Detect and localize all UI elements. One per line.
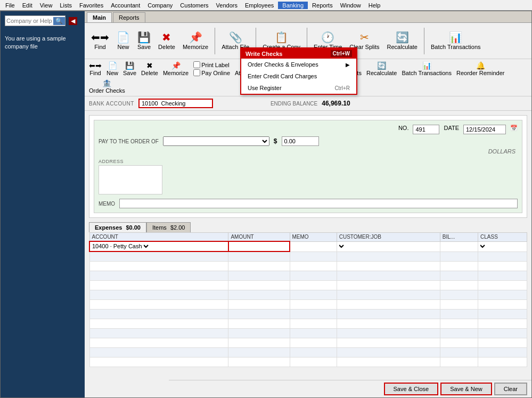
- amount-cell[interactable]: [228, 241, 290, 251]
- menu-view[interactable]: View: [37, 2, 56, 9]
- col-customer-job: CUSTOMER:JOB: [337, 233, 440, 242]
- menu-banking[interactable]: Banking: [278, 2, 308, 9]
- reorder-reminder-button[interactable]: 🔔 Reorder Reminder: [454, 60, 506, 77]
- menu-file[interactable]: File: [2, 2, 18, 9]
- check-no-input[interactable]: [413, 125, 439, 134]
- inner-memorize-button[interactable]: 📌 Memorize: [161, 60, 191, 77]
- tab-main[interactable]: Main: [87, 12, 112, 22]
- dollar-sign: $: [274, 137, 277, 145]
- check-no-label: NO.: [398, 125, 409, 134]
- inner-batch-button[interactable]: 📊 Batch Transactions: [399, 60, 454, 77]
- memo-row: MEMO: [99, 199, 518, 208]
- sidebar-search-input[interactable]: [5, 17, 53, 25]
- tab-reports[interactable]: Reports: [113, 12, 145, 22]
- memorize-icon: 📌: [189, 32, 202, 43]
- save-new-button[interactable]: Save & New: [440, 383, 492, 395]
- calendar-icon[interactable]: 📅: [510, 125, 518, 134]
- address-section: ADDRESS: [99, 159, 518, 194]
- menu-edit[interactable]: Edit: [19, 2, 36, 9]
- inner-recalculate-button[interactable]: 🔄 Recalculate: [364, 60, 399, 77]
- address-box[interactable]: [99, 165, 162, 194]
- sidebar-close-button[interactable]: ◀: [69, 17, 77, 25]
- table-row: [89, 309, 527, 319]
- save-button[interactable]: 💾 Save: [134, 30, 154, 52]
- menu-lists[interactable]: Lists: [56, 2, 75, 9]
- bottom-bar: Save & Close Save & New Clear: [169, 380, 531, 397]
- credit-card-menu-item[interactable]: Enter Credit Card Charges: [241, 70, 356, 82]
- menu-favorites[interactable]: Favorites: [76, 2, 107, 9]
- menu-accountant[interactable]: Accountant: [108, 2, 143, 9]
- clear-button[interactable]: Clear: [494, 383, 527, 395]
- expense-tab-expenses[interactable]: Expenses $0.00: [89, 222, 146, 232]
- new-button[interactable]: 📄 New: [113, 30, 133, 52]
- account-cell[interactable]: 10400 · Petty Cash ▼: [89, 241, 228, 251]
- table-row: [89, 347, 527, 357]
- sidebar-company-text: You are using a sample company file: [1, 30, 85, 55]
- save-close-button[interactable]: Save & Close: [384, 383, 439, 395]
- memo-label: MEMO: [99, 201, 115, 207]
- banking-dropdown[interactable]: Write Checks Ctrl+W Order Checks & Envel…: [240, 47, 357, 95]
- customer-job-cell[interactable]: ▼: [337, 241, 440, 251]
- bank-account-row: BANK ACCOUNT ENDING BALANCE 46,969.10: [85, 96, 531, 111]
- memo-cell[interactable]: [290, 241, 337, 251]
- delete-button[interactable]: ✖ Delete: [155, 30, 178, 52]
- inner-save-button[interactable]: 💾 Save: [121, 60, 138, 77]
- check-date-input[interactable]: [463, 125, 506, 134]
- batch-transactions-button[interactable]: 📊 Batch Transactions: [428, 30, 484, 52]
- dropdown-header: Write Checks Ctrl+W: [241, 48, 356, 59]
- pay-online-checkbox[interactable]: [193, 69, 200, 76]
- order-checks-button[interactable]: 🏦 Order Checks: [87, 78, 127, 95]
- inner-new-button[interactable]: 📄 New: [104, 60, 120, 77]
- sidebar-search-button[interactable]: 🔍: [53, 17, 65, 25]
- table-row: [89, 271, 527, 280]
- memorize-button[interactable]: 📌 Memorize: [179, 30, 211, 52]
- billable-cell[interactable]: [440, 241, 478, 251]
- inner-batch-icon: 📊: [422, 61, 431, 70]
- order-checks-arrow: ▶: [346, 62, 350, 68]
- account-dropdown[interactable]: ▼: [144, 243, 150, 250]
- write-checks-shortcut: Ctrl+W: [331, 50, 353, 57]
- pay-to-dropdown[interactable]: [163, 136, 269, 146]
- order-checks-menu-item[interactable]: Order Checks & Envelopes ▶: [241, 59, 356, 70]
- table-row: [89, 357, 527, 367]
- bank-account-field[interactable]: [138, 99, 213, 108]
- inner-find-button[interactable]: ⬅➡ Find: [87, 60, 104, 77]
- menu-window[interactable]: Window: [337, 2, 364, 9]
- check-form-inner: NO. DATE 📅 PAY TO THE ORDER OF $: [94, 120, 522, 213]
- main-window: 🔍 ◀ You are using a sample company file …: [0, 11, 532, 398]
- menu-reports[interactable]: Reports: [309, 2, 336, 9]
- expense-tab-items[interactable]: Items $2.00: [146, 222, 191, 232]
- print-options: Print Label Pay Online: [193, 61, 230, 76]
- print-label-checkbox[interactable]: [193, 61, 200, 68]
- attach-icon: 📎: [229, 32, 242, 43]
- menu-vendors[interactable]: Vendors: [213, 2, 241, 9]
- bank-account-label: BANK ACCOUNT: [89, 101, 134, 107]
- batch-icon: 📊: [449, 32, 462, 43]
- memo-input[interactable]: [119, 199, 518, 208]
- menu-customers[interactable]: Customers: [177, 2, 211, 9]
- expenses-table: ACCOUNT AMOUNT MEMO CUSTOMER:JOB BIL... …: [89, 232, 527, 367]
- new-icon: 📄: [117, 32, 130, 43]
- clear-splits-icon: ✂: [360, 32, 369, 43]
- table-row: [89, 299, 527, 309]
- dollars-row: DOLLARS: [99, 148, 518, 155]
- table-row: [89, 338, 527, 347]
- amount-input[interactable]: [282, 136, 319, 146]
- find-button[interactable]: ⬅➡ Find: [88, 30, 112, 52]
- class-dropdown[interactable]: ▼: [480, 243, 487, 250]
- use-register-menu-item[interactable]: Use Register Ctrl+R: [241, 82, 356, 94]
- menu-company[interactable]: Company: [144, 2, 176, 9]
- enter-time-icon: 🕐: [321, 32, 334, 43]
- recalculate-icon: 🔄: [396, 32, 409, 43]
- class-cell[interactable]: ▼: [478, 241, 527, 251]
- menu-bar: File Edit View Lists Favorites Accountan…: [0, 0, 532, 11]
- customer-dropdown[interactable]: ▼: [339, 243, 346, 250]
- inner-delete-button[interactable]: ✖ Delete: [139, 60, 160, 77]
- order-checks-icon: 🏦: [102, 79, 111, 87]
- recalculate-button[interactable]: 🔄 Recalculate: [384, 30, 421, 52]
- menu-employees[interactable]: Employees: [242, 2, 277, 9]
- menu-help[interactable]: Help: [365, 2, 384, 9]
- create-copy-icon: 📋: [275, 32, 288, 43]
- inner-new-icon: 📄: [108, 61, 117, 70]
- col-class: CLASS: [478, 233, 527, 242]
